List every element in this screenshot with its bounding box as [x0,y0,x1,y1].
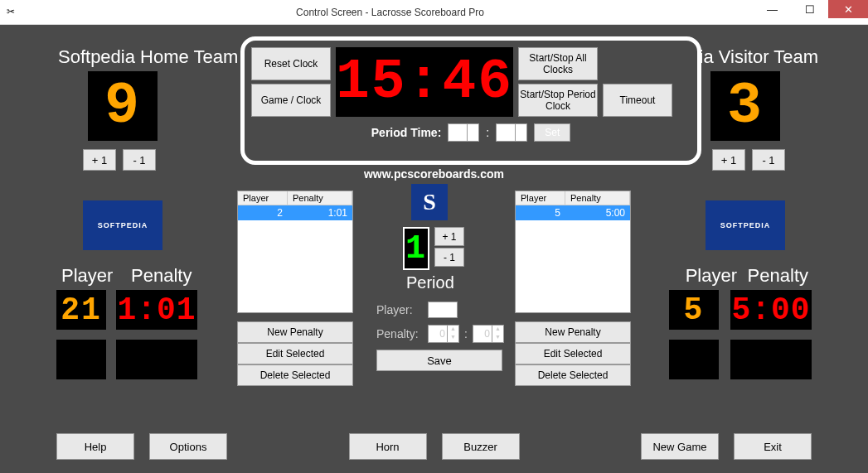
clock-panel: Reset Clock Game / Clock 15:46 Start/Sto… [240,36,701,165]
chevron-down-icon[interactable]: ▼ [467,133,478,141]
app-icon: ✂ [7,6,20,19]
chevron-up-icon[interactable]: ▲ [515,124,526,133]
startstop-period-button[interactable]: Start/Stop Period Clock [518,84,598,117]
save-button[interactable]: Save [376,350,502,371]
chevron-down-icon[interactable]: ▼ [447,334,458,342]
visitor-new-penalty-button[interactable]: New Penalty [515,321,631,343]
center-logo: S [411,184,448,220]
window-title: Control Screen - Lacrosse Scoreboard Pro [27,7,754,18]
home-edit-selected-button[interactable]: Edit Selected [237,343,353,364]
chevron-up-icon[interactable]: ▲ [492,326,503,334]
visitor-player1-display: 5 [669,290,719,330]
home-score-display: 9 [88,71,158,141]
home-delete-selected-button[interactable]: Delete Selected [237,364,353,386]
chevron-up-icon[interactable]: ▲ [467,124,478,133]
player-input[interactable] [428,302,458,318]
maximize-button[interactable]: ☐ [791,0,828,18]
main-clock-display: 15:46 [336,47,513,117]
visitor-edit-selected-button[interactable]: Edit Selected [515,343,631,364]
period-seconds-spinner[interactable]: 0▲▼ [496,123,527,142]
visitor-delete-selected-button[interactable]: Delete Selected [515,364,631,386]
penalty-min-spinner[interactable]: 0▲▼ [428,325,459,343]
visitor-score-display: 3 [710,71,780,141]
visitor-player2-display [669,340,719,379]
game-clock-button[interactable]: Game / Clock [251,84,331,117]
minimize-button[interactable]: — [754,0,791,18]
website-url: www.pcscoreboards.com [0,167,868,181]
list-header-player: Player [516,191,565,205]
startstop-all-button[interactable]: Start/Stop All Clocks [518,47,598,80]
horn-button[interactable]: Horn [349,433,427,460]
penalty-sec-spinner[interactable]: 0▲▼ [473,325,504,343]
visitor-logo: SOFTPEDIA [706,200,785,250]
titlebar: ✂ Control Screen - Lacrosse Scoreboard P… [0,0,868,25]
visitor-score-value: 3 [727,74,764,139]
reset-clock-button[interactable]: Reset Clock [251,47,331,80]
options-button[interactable]: Options [149,433,227,460]
home-team-name: Softpedia Home Team [58,46,238,68]
list-header-player: Player [238,191,288,205]
close-button[interactable]: ✕ [828,0,868,18]
help-button[interactable]: Help [56,433,134,460]
home-penalty1-display: 1:01 [116,290,197,330]
period-display: 1 [403,227,429,270]
home-player-label: Player [61,265,113,287]
period-plus-button[interactable]: + 1 [434,227,464,246]
period-minutes-spinner[interactable]: 0▲▼ [448,123,479,142]
visitor-penalty1-display: 5:00 [730,290,812,330]
home-logo: SOFTPEDIA [83,200,162,250]
player-input-label: Player: [376,303,423,316]
list-header-penalty: Penalty [565,191,630,205]
buzzer-button[interactable]: Buzzer [442,433,520,460]
home-penalty-list[interactable]: PlayerPenalty 21:01 [237,191,353,313]
new-game-button[interactable]: New Game [641,433,719,460]
home-penalty-label: Penalty [131,265,192,287]
app-surface: Softpedia Home Team Softpedia Visitor Te… [0,25,868,473]
penalty-input-label: Penalty: [376,327,423,340]
chevron-down-icon[interactable]: ▼ [492,334,503,342]
list-row-selected[interactable]: 55:00 [516,205,630,220]
timeout-button[interactable]: Timeout [603,84,672,117]
period-minus-button[interactable]: - 1 [434,248,464,267]
period-label: Period [406,273,454,292]
set-period-time-button[interactable]: Set [534,123,570,142]
home-player2-display [56,340,106,379]
chevron-down-icon[interactable]: ▼ [515,133,526,141]
period-time-label: Period Time: [371,126,442,139]
visitor-player-label: Player [686,265,737,287]
main-clock-value: 15:46 [336,54,513,110]
visitor-penalty-list[interactable]: PlayerPenalty 55:00 [515,191,631,313]
home-penalty2-display [116,340,197,379]
home-score-value: 9 [104,74,141,139]
list-row-selected[interactable]: 21:01 [238,205,352,220]
visitor-penalty2-display [730,340,812,379]
list-header-penalty: Penalty [288,191,352,205]
home-player1-display: 21 [56,290,106,330]
exit-button[interactable]: Exit [734,433,812,460]
home-new-penalty-button[interactable]: New Penalty [237,321,353,343]
chevron-up-icon[interactable]: ▲ [447,326,458,334]
visitor-penalty-label: Penalty [748,265,808,287]
